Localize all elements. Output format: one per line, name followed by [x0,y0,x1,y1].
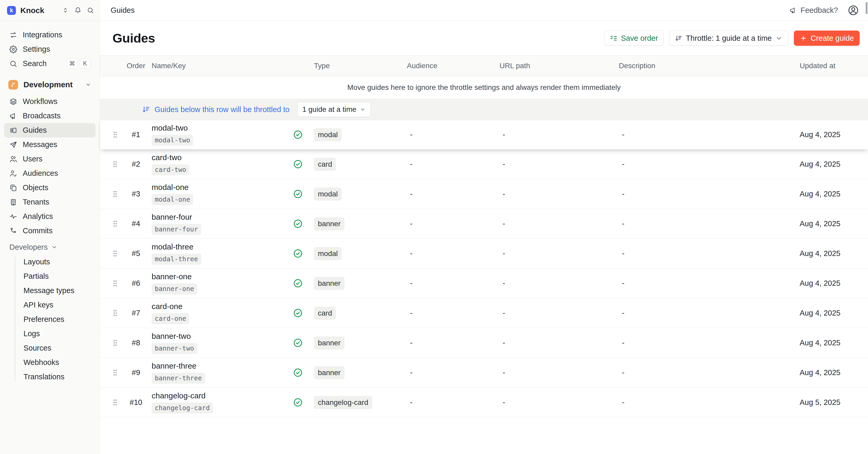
guide-type-badge: changelog-card [314,396,372,409]
sidebar-subitem-sources[interactable]: Sources [4,341,95,355]
drag-handle-icon[interactable] [110,279,120,287]
gear-icon [9,46,17,53]
workspace-switcher-icon[interactable] [62,7,69,14]
throttle-divider-row[interactable]: Guides below this row will be throttled … [100,99,868,120]
guide-order: #9 [120,368,152,377]
scrollbar-thumb[interactable] [866,2,867,14]
search-icon[interactable] [87,7,94,14]
sidebar-item-broadcasts[interactable]: Broadcasts [4,109,95,123]
column-name-key: Name/Key [152,62,293,70]
guide-name-cell: changelog-card changelog-card [152,391,293,413]
guide-row-banner-four[interactable]: #4 banner-four banner-four banner - - - … [100,209,868,239]
guide-row-banner-one[interactable]: #6 banner-one banner-one banner - - - Au… [100,268,868,298]
sidebar-subitem-message-types[interactable]: Message types [4,283,95,298]
sidebar-subitem-layouts[interactable]: Layouts [4,255,95,269]
guide-description: - [619,220,797,228]
guide-row-card-two[interactable]: #2 card-two card-two card - - - Aug 4, 2… [100,149,868,179]
guide-name-cell: modal-one modal-one [152,183,293,205]
megaphone-icon [9,112,17,120]
sidebar-item-audiences[interactable]: Audiences [4,166,95,180]
status-check-icon [293,249,307,258]
sidebar-item-messages[interactable]: Messages [4,137,95,152]
sidebar-header: k Knock [0,0,100,21]
guide-name: modal-one [152,183,189,192]
create-guide-button[interactable]: Create guide [794,31,860,46]
drag-handle-icon[interactable] [110,369,120,377]
guide-name: banner-three [152,362,196,370]
environment-switcher[interactable]: Development [4,77,95,92]
guide-name-cell: card-two card-two [152,153,293,175]
drag-handle-icon[interactable] [110,220,120,228]
drag-handle-icon[interactable] [110,160,120,168]
guide-row-modal-one[interactable]: #3 modal-one modal-one modal - - - Aug 4… [100,179,868,209]
sidebar-subitem-translations[interactable]: Translations [4,370,95,384]
drag-handle-icon[interactable] [110,190,120,198]
sidebar-subitem-partials[interactable]: Partials [4,269,95,283]
guide-row-banner-two[interactable]: #8 banner-two banner-two banner - - - Au… [100,328,868,358]
chevron-down-icon [85,82,91,88]
notifications-bell-icon[interactable] [74,7,82,14]
sidebar-item-settings[interactable]: Settings [4,42,95,56]
drag-handle-icon[interactable] [110,398,120,406]
guide-row-modal-two[interactable]: #1 modal-two modal-two modal - - - Aug 4… [100,120,868,149]
activity-icon [9,212,17,221]
key-k: K [80,58,90,69]
users-icon [9,155,17,163]
sidebar-item-tenants[interactable]: Tenants [4,195,95,209]
sidebar-item-guides[interactable]: Guides [4,123,95,137]
save-order-button[interactable]: Save order [604,31,664,46]
sidebar-item-analytics[interactable]: Analytics [4,209,95,224]
guide-updated-at: Aug 4, 2025 [797,220,868,228]
guide-url-path: - [499,220,619,228]
drag-handle-icon[interactable] [110,131,120,139]
sidebar-item-commits[interactable]: Commits [4,224,95,238]
column-url-path: URL path [499,62,619,70]
sidebar-item-search[interactable]: Search ⌘ K [4,56,95,71]
sidebar-item-integrations[interactable]: Integrations [4,28,95,42]
sidebar-subitem-api-keys[interactable]: API keys [4,298,95,312]
guide-order: #3 [120,190,152,198]
guide-audience: - [407,160,499,169]
guide-type-badge: modal [314,188,342,201]
drag-handle-icon[interactable] [110,309,120,317]
drag-handle-icon[interactable] [110,250,120,258]
guide-description: - [619,279,797,288]
guide-description: - [619,160,797,169]
megaphone-icon [789,6,797,14]
topbar: Guides Feedback? [100,0,868,21]
sidebar-item-label: Integrations [23,31,62,39]
guide-name: banner-four [152,212,192,222]
guide-row-banner-three[interactable]: #9 banner-three banner-three banner - - … [100,358,868,388]
guide-key-badge: banner-four [152,224,201,234]
guide-url-path: - [499,249,619,258]
throttle-amount-dropdown[interactable]: 1 guide at a time [297,102,371,117]
developers-section-toggle[interactable]: Developers [4,240,95,254]
sidebar-item-label: Tenants [23,198,49,206]
guide-type-cell: card [307,158,407,171]
sidebar-subitem-preferences[interactable]: Preferences [4,312,95,327]
main-content: Guides Feedback? Guides Save order Throt… [100,0,868,454]
guide-updated-at: Aug 4, 2025 [797,130,868,139]
sidebar-item-label: Commits [23,226,53,235]
drag-handle-icon[interactable] [110,339,120,347]
throttle-settings-button[interactable]: Throttle: 1 guide at a time [669,31,788,46]
status-check-icon [293,130,307,140]
feedback-button[interactable]: Feedback? [789,6,838,15]
guide-audience: - [407,249,499,258]
status-check-icon [293,279,307,288]
account-avatar-icon[interactable] [847,4,859,16]
guide-row-modal-three[interactable]: #5 modal-three modal-three modal - - - A… [100,239,868,268]
sidebar-subitem-logs[interactable]: Logs [4,327,95,341]
guide-row-changelog-card[interactable]: #10 changelog-card changelog-card change… [100,388,868,418]
sidebar-item-users[interactable]: Users [4,152,95,166]
sidebar-item-workflows[interactable]: Workflows [4,94,95,109]
guide-name-cell: card-one card-one [152,302,293,324]
knock-logo: k [7,6,16,15]
guide-row-card-one[interactable]: #7 card-one card-one card - - - Aug 4, 2… [100,298,868,328]
guide-type-badge: banner [314,217,344,230]
guide-url-path: - [499,339,619,347]
sidebar-item-objects[interactable]: Objects [4,180,95,195]
sidebar-subitem-webhooks[interactable]: Webhooks [4,355,95,370]
column-type: Type [307,62,407,70]
guide-order: #5 [120,249,152,258]
